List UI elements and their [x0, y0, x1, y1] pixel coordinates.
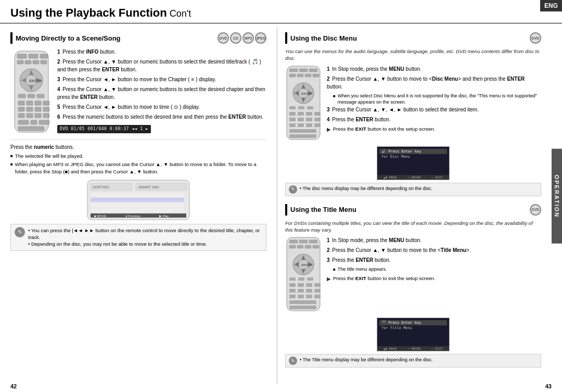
- svg-rect-64: [307, 106, 313, 109]
- svg-rect-23: [27, 107, 33, 111]
- step-5: 5 Press the Cursor ◄, ► button to move t…: [57, 103, 266, 111]
- svg-rect-96: [307, 277, 313, 281]
- svg-rect-100: [314, 283, 321, 287]
- svg-rect-63: [298, 106, 304, 109]
- svg-rect-98: [298, 283, 304, 287]
- title-screen-area: 🎬 Press Enter key for Title Menu ▲▼ MOVE…: [285, 315, 541, 351]
- step-6: 6 Press the numeric buttons to select th…: [57, 113, 266, 121]
- page-numbers: 42 43: [0, 383, 562, 389]
- svg-rect-5: [25, 60, 31, 64]
- numeric-remote-area: SORTING SMART NAV ■ MOVE ● Previous ▶ Pl…: [10, 179, 266, 221]
- svg-rect-81: [299, 240, 308, 243]
- right-column: Using the Disc Menu DVD You can use the …: [277, 27, 552, 384]
- title-step-1: 1 In Stop mode, press the MENU button.: [327, 236, 541, 244]
- svg-rect-95: [298, 277, 304, 281]
- svg-text:ENTER: ENTER: [301, 92, 312, 95]
- svg-rect-76: [314, 123, 321, 127]
- svg-rect-31: [31, 120, 37, 124]
- disc-menu-title: Using the Disc Menu: [290, 34, 357, 42]
- svg-rect-82: [309, 240, 317, 243]
- svg-rect-54: [313, 74, 319, 77]
- svg-rect-21: [43, 101, 49, 105]
- svg-rect-28: [35, 113, 41, 118]
- svg-text:SORTING: SORTING: [93, 185, 109, 189]
- title-menu-section-header: Using the Title Menu DVD: [285, 204, 541, 216]
- remote-image-left: ENTER: [10, 48, 52, 135]
- disc-menu-section-header: Using the Disc Menu DVD: [285, 32, 541, 44]
- disc-note-icon: ✎: [289, 185, 297, 194]
- title-menu-intro: For DVDs containing multiple titles, you…: [285, 220, 541, 234]
- svg-rect-65: [289, 112, 296, 116]
- svg-rect-68: [314, 112, 321, 116]
- title-menu-body: ENTER: [285, 236, 541, 313]
- svg-rect-105: [289, 295, 296, 298]
- svg-rect-78: [289, 134, 316, 138]
- svg-rect-103: [306, 289, 312, 293]
- title-bullet-note: The title menu appears.: [333, 266, 541, 273]
- step-3: 3 Press the Cursor ◄, ► button to move t…: [57, 75, 266, 83]
- dvd-disc-icon: DVD: [530, 32, 541, 44]
- svg-rect-6: [33, 60, 39, 64]
- svg-text:▶ Play: ▶ Play: [159, 214, 169, 218]
- title-step-3: 3 Press the ENTER button.: [327, 256, 541, 264]
- moving-directly-title: Moving Directly to a Scene/Song: [16, 34, 121, 42]
- svg-rect-99: [306, 283, 312, 287]
- page-number-right: 43: [545, 383, 552, 389]
- svg-rect-101: [289, 289, 296, 293]
- svg-rect-86: [313, 245, 319, 248]
- svg-rect-51: [289, 74, 296, 77]
- moving-directly-section-header: Moving Directly to a Scene/Song DVD CD M…: [10, 32, 266, 44]
- disc-step-4: 4 Press the ENTER button.: [327, 116, 541, 123]
- svg-rect-1: [17, 54, 27, 58]
- svg-rect-107: [306, 295, 312, 298]
- svg-rect-22: [18, 107, 24, 111]
- svg-rect-32: [39, 120, 49, 124]
- svg-rect-84: [297, 245, 303, 248]
- svg-rect-15: [18, 94, 25, 98]
- svg-text:■ MOVE: ■ MOVE: [94, 214, 106, 218]
- svg-rect-33: [18, 127, 44, 131]
- mp3-icon: MP3: [242, 32, 254, 44]
- disc-menu-body: ENTER: [285, 65, 541, 142]
- disc-warning: When you select Disc Menu and it is not …: [333, 93, 541, 106]
- title-small-note: ✎ • The Title menu display may be differ…: [285, 354, 541, 368]
- svg-text:ENTER: ENTER: [301, 263, 312, 267]
- title-dvd-icon: DVD: [530, 204, 541, 216]
- svg-rect-48: [289, 69, 298, 72]
- svg-rect-2: [29, 54, 38, 58]
- svg-rect-27: [27, 113, 33, 118]
- remote-disc-menu: ENTER: [285, 65, 322, 142]
- svg-rect-108: [314, 295, 321, 298]
- step-1: 1 Press the INFO button.: [57, 48, 266, 56]
- page-header: Using the Playback Function Con't ENG: [0, 0, 562, 23]
- svg-rect-77: [289, 129, 316, 133]
- svg-rect-42: [91, 208, 184, 212]
- svg-rect-102: [298, 289, 304, 293]
- disc-menu-section: Using the Disc Menu DVD You can use the …: [285, 32, 541, 196]
- svg-text:● Previous: ● Previous: [125, 214, 140, 218]
- disc-menu-steps: 1 In Stop mode, press the MENU button. 2…: [327, 65, 541, 142]
- svg-rect-75: [306, 123, 312, 127]
- disc-step-2: 2 Press the Cursor ▲, ▼ button to move t…: [327, 75, 541, 91]
- note-1: The selected file will be played.: [10, 153, 266, 159]
- disc-step-1: 1 In Stop mode, press the MENU button.: [327, 65, 541, 73]
- disc-screen-preview: 🔊 Press Enter key for Disc Menu ▲▼ MOVE …: [377, 146, 450, 180]
- svg-rect-71: [306, 118, 312, 121]
- step-2: 2 Press the Cursor ▲, ▼ button or numeri…: [57, 58, 266, 73]
- dvd-icon: DVD: [218, 32, 229, 44]
- svg-rect-70: [298, 118, 304, 121]
- tip-box-left: ✎ • You can press the |◄◄ ►► button on t…: [10, 224, 266, 251]
- title-step-2: 2 Press the Cursor ▲, ▼ button to move t…: [327, 246, 541, 254]
- svg-rect-110: [289, 306, 316, 309]
- svg-rect-53: [305, 74, 311, 77]
- svg-rect-106: [298, 295, 304, 298]
- svg-rect-30: [18, 120, 29, 124]
- disc-small-note: ✎ • The disc menu display may be differe…: [285, 183, 541, 196]
- disc-icons: DVD CD MP3 JPEG: [218, 32, 266, 44]
- svg-rect-39: [91, 193, 184, 197]
- svg-rect-73: [289, 123, 296, 127]
- svg-rect-72: [314, 118, 321, 121]
- svg-rect-66: [298, 112, 304, 116]
- svg-rect-83: [289, 245, 296, 248]
- jpeg-icon: JPEG: [255, 32, 266, 44]
